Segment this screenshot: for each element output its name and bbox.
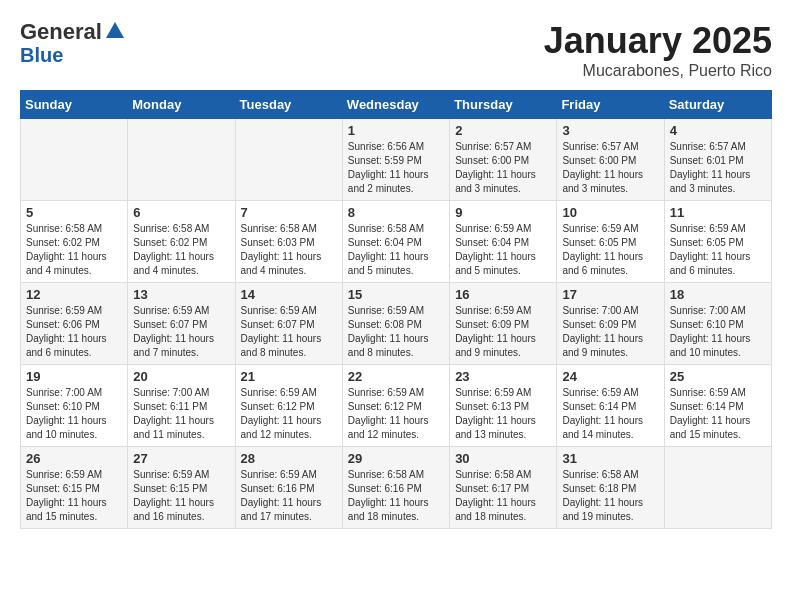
day-number: 2 [455, 123, 551, 138]
day-number: 17 [562, 287, 658, 302]
day-number: 7 [241, 205, 337, 220]
cell-info: Sunrise: 6:59 AM Sunset: 6:07 PM Dayligh… [133, 304, 229, 360]
cell-info: Sunrise: 6:58 AM Sunset: 6:18 PM Dayligh… [562, 468, 658, 524]
calendar-cell: 15Sunrise: 6:59 AM Sunset: 6:08 PM Dayli… [342, 283, 449, 365]
weekday-header-saturday: Saturday [664, 91, 771, 119]
calendar-cell [235, 119, 342, 201]
cell-info: Sunrise: 6:59 AM Sunset: 6:09 PM Dayligh… [455, 304, 551, 360]
calendar-cell: 11Sunrise: 6:59 AM Sunset: 6:05 PM Dayli… [664, 201, 771, 283]
cell-info: Sunrise: 6:59 AM Sunset: 6:15 PM Dayligh… [133, 468, 229, 524]
day-number: 22 [348, 369, 444, 384]
day-number: 24 [562, 369, 658, 384]
calendar-week-row: 12Sunrise: 6:59 AM Sunset: 6:06 PM Dayli… [21, 283, 772, 365]
cell-info: Sunrise: 6:59 AM Sunset: 6:05 PM Dayligh… [562, 222, 658, 278]
day-number: 13 [133, 287, 229, 302]
calendar-week-row: 19Sunrise: 7:00 AM Sunset: 6:10 PM Dayli… [21, 365, 772, 447]
calendar-cell: 14Sunrise: 6:59 AM Sunset: 6:07 PM Dayli… [235, 283, 342, 365]
cell-info: Sunrise: 6:58 AM Sunset: 6:03 PM Dayligh… [241, 222, 337, 278]
cell-info: Sunrise: 6:58 AM Sunset: 6:02 PM Dayligh… [133, 222, 229, 278]
calendar-cell: 31Sunrise: 6:58 AM Sunset: 6:18 PM Dayli… [557, 447, 664, 529]
calendar-cell: 25Sunrise: 6:59 AM Sunset: 6:14 PM Dayli… [664, 365, 771, 447]
weekday-header-wednesday: Wednesday [342, 91, 449, 119]
cell-info: Sunrise: 6:58 AM Sunset: 6:16 PM Dayligh… [348, 468, 444, 524]
calendar-cell [664, 447, 771, 529]
day-number: 1 [348, 123, 444, 138]
calendar-cell: 20Sunrise: 7:00 AM Sunset: 6:11 PM Dayli… [128, 365, 235, 447]
cell-info: Sunrise: 6:58 AM Sunset: 6:17 PM Dayligh… [455, 468, 551, 524]
calendar-cell: 22Sunrise: 6:59 AM Sunset: 6:12 PM Dayli… [342, 365, 449, 447]
calendar-week-row: 5Sunrise: 6:58 AM Sunset: 6:02 PM Daylig… [21, 201, 772, 283]
day-number: 3 [562, 123, 658, 138]
cell-info: Sunrise: 6:59 AM Sunset: 6:13 PM Dayligh… [455, 386, 551, 442]
day-number: 4 [670, 123, 766, 138]
day-number: 8 [348, 205, 444, 220]
calendar-cell: 2Sunrise: 6:57 AM Sunset: 6:00 PM Daylig… [450, 119, 557, 201]
calendar-cell: 8Sunrise: 6:58 AM Sunset: 6:04 PM Daylig… [342, 201, 449, 283]
cell-info: Sunrise: 6:57 AM Sunset: 6:00 PM Dayligh… [562, 140, 658, 196]
calendar-cell [128, 119, 235, 201]
day-number: 12 [26, 287, 122, 302]
calendar-cell: 26Sunrise: 6:59 AM Sunset: 6:15 PM Dayli… [21, 447, 128, 529]
calendar-cell: 27Sunrise: 6:59 AM Sunset: 6:15 PM Dayli… [128, 447, 235, 529]
day-number: 10 [562, 205, 658, 220]
cell-info: Sunrise: 6:59 AM Sunset: 6:15 PM Dayligh… [26, 468, 122, 524]
calendar-cell: 12Sunrise: 6:59 AM Sunset: 6:06 PM Dayli… [21, 283, 128, 365]
day-number: 16 [455, 287, 551, 302]
calendar-cell: 19Sunrise: 7:00 AM Sunset: 6:10 PM Dayli… [21, 365, 128, 447]
calendar-cell: 16Sunrise: 6:59 AM Sunset: 6:09 PM Dayli… [450, 283, 557, 365]
cell-info: Sunrise: 6:59 AM Sunset: 6:07 PM Dayligh… [241, 304, 337, 360]
day-number: 28 [241, 451, 337, 466]
day-number: 15 [348, 287, 444, 302]
day-number: 20 [133, 369, 229, 384]
calendar-cell: 1Sunrise: 6:56 AM Sunset: 5:59 PM Daylig… [342, 119, 449, 201]
weekday-header-row: SundayMondayTuesdayWednesdayThursdayFrid… [21, 91, 772, 119]
day-number: 11 [670, 205, 766, 220]
day-number: 14 [241, 287, 337, 302]
day-number: 9 [455, 205, 551, 220]
calendar-cell: 13Sunrise: 6:59 AM Sunset: 6:07 PM Dayli… [128, 283, 235, 365]
calendar-cell: 4Sunrise: 6:57 AM Sunset: 6:01 PM Daylig… [664, 119, 771, 201]
day-number: 18 [670, 287, 766, 302]
day-number: 25 [670, 369, 766, 384]
day-number: 30 [455, 451, 551, 466]
cell-info: Sunrise: 6:58 AM Sunset: 6:04 PM Dayligh… [348, 222, 444, 278]
day-number: 26 [26, 451, 122, 466]
day-number: 23 [455, 369, 551, 384]
calendar-cell: 7Sunrise: 6:58 AM Sunset: 6:03 PM Daylig… [235, 201, 342, 283]
cell-info: Sunrise: 6:59 AM Sunset: 6:05 PM Dayligh… [670, 222, 766, 278]
weekday-header-monday: Monday [128, 91, 235, 119]
cell-info: Sunrise: 6:59 AM Sunset: 6:12 PM Dayligh… [348, 386, 444, 442]
calendar-cell: 23Sunrise: 6:59 AM Sunset: 6:13 PM Dayli… [450, 365, 557, 447]
cell-info: Sunrise: 7:00 AM Sunset: 6:09 PM Dayligh… [562, 304, 658, 360]
logo: General Blue [20, 20, 126, 67]
day-number: 31 [562, 451, 658, 466]
calendar-cell: 17Sunrise: 7:00 AM Sunset: 6:09 PM Dayli… [557, 283, 664, 365]
cell-info: Sunrise: 7:00 AM Sunset: 6:11 PM Dayligh… [133, 386, 229, 442]
weekday-header-sunday: Sunday [21, 91, 128, 119]
calendar-cell [21, 119, 128, 201]
cell-info: Sunrise: 6:57 AM Sunset: 6:00 PM Dayligh… [455, 140, 551, 196]
weekday-header-thursday: Thursday [450, 91, 557, 119]
cell-info: Sunrise: 7:00 AM Sunset: 6:10 PM Dayligh… [670, 304, 766, 360]
day-number: 6 [133, 205, 229, 220]
cell-info: Sunrise: 6:59 AM Sunset: 6:14 PM Dayligh… [670, 386, 766, 442]
cell-info: Sunrise: 6:58 AM Sunset: 6:02 PM Dayligh… [26, 222, 122, 278]
cell-info: Sunrise: 6:57 AM Sunset: 6:01 PM Dayligh… [670, 140, 766, 196]
day-number: 5 [26, 205, 122, 220]
calendar-cell: 28Sunrise: 6:59 AM Sunset: 6:16 PM Dayli… [235, 447, 342, 529]
day-number: 21 [241, 369, 337, 384]
cell-info: Sunrise: 6:59 AM Sunset: 6:14 PM Dayligh… [562, 386, 658, 442]
cell-info: Sunrise: 6:59 AM Sunset: 6:12 PM Dayligh… [241, 386, 337, 442]
cell-info: Sunrise: 7:00 AM Sunset: 6:10 PM Dayligh… [26, 386, 122, 442]
calendar-week-row: 26Sunrise: 6:59 AM Sunset: 6:15 PM Dayli… [21, 447, 772, 529]
cell-info: Sunrise: 6:59 AM Sunset: 6:04 PM Dayligh… [455, 222, 551, 278]
page-header: General Blue January 2025 Mucarabones, P… [20, 20, 772, 80]
calendar-cell: 3Sunrise: 6:57 AM Sunset: 6:00 PM Daylig… [557, 119, 664, 201]
calendar-cell: 18Sunrise: 7:00 AM Sunset: 6:10 PM Dayli… [664, 283, 771, 365]
calendar-table: SundayMondayTuesdayWednesdayThursdayFrid… [20, 90, 772, 529]
day-number: 27 [133, 451, 229, 466]
calendar-cell: 24Sunrise: 6:59 AM Sunset: 6:14 PM Dayli… [557, 365, 664, 447]
calendar-cell: 30Sunrise: 6:58 AM Sunset: 6:17 PM Dayli… [450, 447, 557, 529]
cell-info: Sunrise: 6:59 AM Sunset: 6:08 PM Dayligh… [348, 304, 444, 360]
month-title: January 2025 [544, 20, 772, 62]
